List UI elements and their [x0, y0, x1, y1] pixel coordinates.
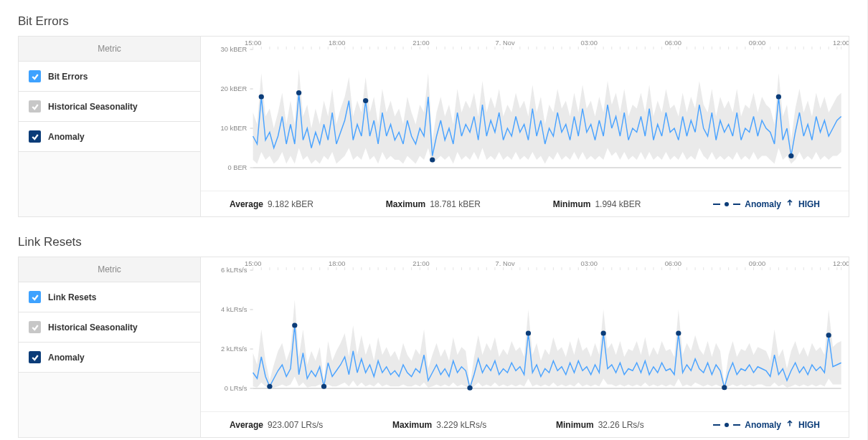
anomaly-line-icon: [733, 424, 740, 426]
legend-label: Historical Seasonality: [48, 102, 138, 111]
svg-text:12:00: 12:00: [833, 39, 849, 47]
anomaly-point: [601, 331, 606, 336]
checkbox-icon[interactable]: [29, 291, 41, 303]
svg-text:30 kBER: 30 kBER: [221, 46, 247, 53]
legend-row[interactable]: Link Resets: [19, 282, 200, 312]
stat-maximum: Maximum3.229 kLRs/s: [392, 420, 486, 430]
anomaly-point: [722, 385, 727, 390]
panel-bit-errors: Bit ErrorsMetricBit ErrorsHistorical Sea…: [18, 14, 849, 217]
svg-text:4 kLRs/s: 4 kLRs/s: [221, 306, 247, 313]
svg-text:6 kLRs/s: 6 kLRs/s: [221, 267, 247, 274]
legend-row[interactable]: Historical Seasonality: [19, 92, 200, 122]
chart-wrap: 0 LRs/s2 kLRs/s4 kLRs/s6 kLRs/s15:0018:0…: [201, 257, 849, 438]
svg-text:18:00: 18:00: [329, 260, 345, 267]
arrow-up-icon: [786, 419, 794, 430]
svg-text:06:00: 06:00: [665, 39, 681, 47]
stat-maximum: Maximum18.781 kBER: [386, 199, 481, 209]
stats-bar: Average9.182 kBERMaximum18.781 kBERMinim…: [201, 191, 849, 216]
svg-text:18:00: 18:00: [329, 39, 345, 47]
anomaly-line-icon: [733, 204, 740, 205]
svg-text:15:00: 15:00: [245, 260, 261, 267]
svg-text:12:00: 12:00: [833, 260, 849, 267]
legend-header: Metric: [19, 37, 200, 62]
svg-text:09:00: 09:00: [749, 39, 765, 47]
anomaly-point: [788, 153, 793, 158]
seasonality-band: [253, 70, 841, 164]
chart: 0 BER10 kBER20 kBER30 kBER15:0018:0021:0…: [201, 37, 849, 183]
anomaly-point: [526, 331, 531, 336]
svg-text:03:00: 03:00: [581, 39, 598, 47]
anomaly-line-icon: [713, 204, 720, 205]
checkbox-icon[interactable]: [29, 70, 41, 82]
svg-text:0 LRs/s: 0 LRs/s: [225, 385, 247, 392]
legend-label: Historical Seasonality: [48, 323, 138, 332]
svg-text:15:00: 15:00: [245, 39, 261, 47]
legend-label: Anomaly: [48, 353, 85, 362]
svg-text:0 BER: 0 BER: [227, 164, 247, 171]
svg-text:20 kBER: 20 kBER: [221, 85, 247, 92]
anomaly-point: [430, 158, 435, 163]
anomaly-point: [321, 384, 326, 389]
anomaly-indicator: AnomalyHIGH: [713, 419, 820, 430]
svg-text:21:00: 21:00: [412, 39, 429, 47]
arrow-up-icon: [786, 199, 794, 209]
anomaly-dot-icon: [725, 202, 729, 206]
chart: 0 LRs/s2 kLRs/s4 kLRs/s6 kLRs/s15:0018:0…: [201, 257, 849, 404]
stat-average: Average923.007 LRs/s: [230, 420, 323, 430]
legend-row[interactable]: Bit Errors: [19, 62, 200, 92]
legend: MetricBit ErrorsHistorical SeasonalityAn…: [18, 36, 201, 217]
legend-row[interactable]: Anomaly: [19, 122, 200, 152]
anomaly-line-icon: [713, 424, 720, 426]
svg-text:7. Nov: 7. Nov: [496, 39, 515, 47]
seasonality-band: [253, 300, 841, 388]
svg-text:10 kBER: 10 kBER: [221, 125, 247, 132]
anomaly-point: [676, 331, 681, 336]
anomaly-point: [363, 98, 368, 103]
stat-minimum: Minimum1.994 kBER: [553, 199, 641, 209]
svg-text:7. Nov: 7. Nov: [496, 260, 515, 267]
panel-title: Link Resets: [18, 235, 849, 249]
anomaly-point: [467, 386, 472, 391]
stat-minimum: Minimum32.26 LRs/s: [556, 420, 644, 430]
anomaly-point: [267, 384, 272, 389]
anomaly-point: [826, 333, 831, 338]
chart-wrap: 0 BER10 kBER20 kBER30 kBER15:0018:0021:0…: [201, 36, 849, 217]
anomaly-dot-icon: [725, 423, 729, 427]
checkbox-icon[interactable]: [29, 130, 41, 143]
anomaly-point: [292, 323, 297, 328]
stat-average: Average9.182 kBER: [230, 199, 313, 209]
svg-text:09:00: 09:00: [749, 260, 765, 267]
legend-label: Anomaly: [48, 133, 85, 141]
legend-label: Bit Errors: [48, 72, 88, 81]
svg-text:03:00: 03:00: [581, 260, 598, 267]
legend-row[interactable]: Historical Seasonality: [19, 312, 200, 343]
checkbox-icon[interactable]: [29, 351, 41, 363]
panel-link-resets: Link ResetsMetricLink ResetsHistorical S…: [18, 235, 849, 438]
legend-label: Link Resets: [48, 293, 96, 302]
legend: MetricLink ResetsHistorical SeasonalityA…: [18, 257, 201, 438]
anomaly-point: [776, 95, 781, 100]
svg-text:21:00: 21:00: [412, 260, 429, 267]
anomaly-point: [296, 90, 301, 95]
legend-row[interactable]: Anomaly: [19, 343, 200, 373]
panel-title: Bit Errors: [18, 14, 849, 29]
stats-bar: Average923.007 LRs/sMaximum3.229 kLRs/sM…: [201, 411, 849, 437]
checkbox-icon[interactable]: [29, 321, 41, 333]
checkbox-icon[interactable]: [29, 100, 41, 113]
svg-text:06:00: 06:00: [665, 260, 681, 267]
legend-header: Metric: [19, 257, 200, 282]
anomaly-indicator: AnomalyHIGH: [713, 199, 820, 209]
anomaly-point: [259, 95, 264, 100]
svg-text:2 kLRs/s: 2 kLRs/s: [221, 345, 247, 353]
